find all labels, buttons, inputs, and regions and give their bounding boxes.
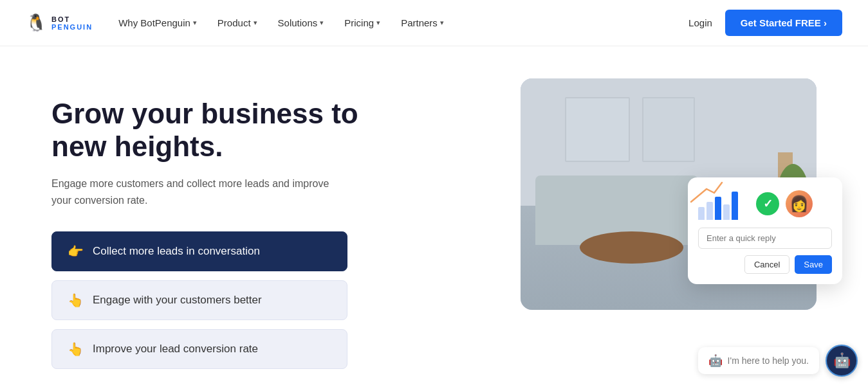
feature-engage-label: Engage with your customers better <box>93 294 262 307</box>
trend-line-svg <box>688 177 726 210</box>
nav-link-partners-label: Partners <box>401 17 438 28</box>
nav-link-why-label: Why BotPenguin <box>118 17 190 28</box>
feature-btn-leads[interactable]: 👉 Collect more leads in conversation <box>51 231 347 271</box>
nav-link-solutions-label: Solutions <box>278 17 318 28</box>
nav-left: 🐧 BOT PENGUIN Why BotPenguin ▾ Product ▾… <box>26 13 444 33</box>
chevron-down-icon: ▾ <box>320 19 324 27</box>
heading-line2: new heights. <box>51 130 223 162</box>
nav-link-pricing-label: Pricing <box>344 17 374 28</box>
up-icon: 👆 <box>68 292 84 308</box>
logo-text: BOT PENGUIN <box>51 15 93 31</box>
chat-widget: 🤖 I'm here to help you. 🤖 <box>698 345 858 377</box>
left-section: Grow your business to new heights. Engag… <box>51 85 425 378</box>
chevron-down-icon: ▾ <box>193 19 197 27</box>
nav-link-pricing[interactable]: Pricing ▾ <box>344 17 380 28</box>
main-heading: Grow your business to new heights. <box>51 98 425 163</box>
chevron-down-icon: ▾ <box>254 19 257 27</box>
main-content: Grow your business to new heights. Engag… <box>0 46 868 387</box>
chat-bot-icon: 🤖 <box>833 352 851 369</box>
nav-right: Login Get Started FREE › <box>688 10 842 36</box>
navbar: 🐧 BOT PENGUIN Why BotPenguin ▾ Product ▾… <box>0 0 868 46</box>
feature-btn-engage[interactable]: 👆 Engage with your customers better <box>51 280 347 320</box>
pointing-icon: 👉 <box>68 244 84 259</box>
chat-bubble-text: I'm here to help you. <box>728 356 809 366</box>
get-started-button[interactable]: Get Started FREE › <box>725 10 842 36</box>
right-section: ✓ 👩 Cancel Save <box>521 78 829 310</box>
logo-icon: 🐧 <box>26 13 46 33</box>
nav-link-product[interactable]: Product ▾ <box>217 17 257 28</box>
logo-bot-text: BOT <box>51 15 93 23</box>
feature-conversion-label: Improve your lead conversion rate <box>93 343 258 356</box>
card-actions: Cancel Save <box>698 255 832 274</box>
avatar: 👩 <box>786 190 813 217</box>
card-top: ✓ 👩 <box>698 188 832 220</box>
feature-leads-label: Collect more leads in conversation <box>93 245 260 258</box>
mini-chart <box>698 188 750 220</box>
bot-wave-icon: 🤖 <box>708 354 723 368</box>
bar-5 <box>732 192 738 220</box>
heading-line1: Grow your business to <box>51 98 358 129</box>
wall-picture-1 <box>565 97 630 162</box>
login-button[interactable]: Login <box>688 17 712 28</box>
up-icon2: 👆 <box>68 341 84 357</box>
check-badge: ✓ <box>756 192 779 215</box>
save-button[interactable]: Save <box>795 255 832 274</box>
chat-bubble: 🤖 I'm here to help you. <box>698 347 819 374</box>
feature-btn-conversion[interactable]: 👆 Improve your lead conversion rate <box>51 329 347 369</box>
chevron-down-icon: ▾ <box>440 19 444 27</box>
cancel-button[interactable]: Cancel <box>744 255 790 274</box>
nav-link-why[interactable]: Why BotPenguin ▾ <box>118 17 197 28</box>
sub-heading: Engage more customers and collect more l… <box>51 176 347 208</box>
nav-link-product-label: Product <box>217 17 251 28</box>
nav-link-solutions[interactable]: Solutions ▾ <box>278 17 324 28</box>
floating-chat-card: ✓ 👩 Cancel Save <box>688 177 842 284</box>
room-table <box>580 231 683 264</box>
wall-picture-2 <box>642 97 696 162</box>
chat-widget-button[interactable]: 🤖 <box>826 345 858 377</box>
logo[interactable]: 🐧 BOT PENGUIN <box>26 13 93 33</box>
chevron-down-icon: ▾ <box>376 19 380 27</box>
nav-links: Why BotPenguin ▾ Product ▾ Solutions ▾ P… <box>118 17 444 28</box>
nav-link-partners[interactable]: Partners ▾ <box>401 17 444 28</box>
logo-penguin-text: PENGUIN <box>51 23 93 31</box>
quick-reply-input[interactable] <box>698 228 832 249</box>
